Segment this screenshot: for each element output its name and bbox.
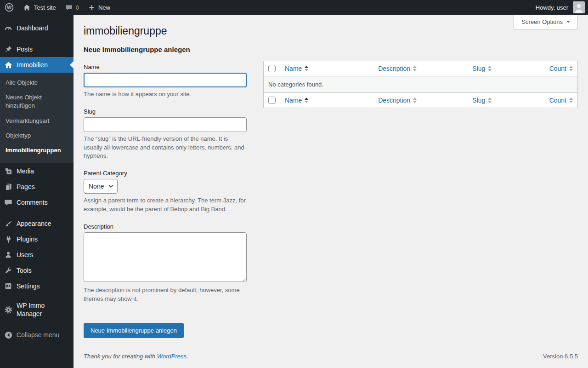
name-label: Name (84, 63, 247, 70)
chevron-down-icon (566, 21, 570, 23)
slug-help-text: The “slug” is the URL-friendly version o… (84, 135, 247, 161)
parent-category-group: Parent Category None Assign a parent ter… (84, 170, 247, 214)
sort-arrows-icon (488, 66, 492, 71)
submenu-item-immobiliengruppen[interactable]: Immobiliengruppen (0, 143, 74, 158)
parent-category-select[interactable]: None (84, 179, 118, 194)
menu-separator (0, 210, 74, 216)
submenu-item-vermarktungsart[interactable]: Vermarktungsart (0, 114, 74, 128)
sidebar-item-settings[interactable]: Settings (0, 278, 74, 294)
sidebar-item-posts[interactable]: Posts (0, 41, 74, 57)
sort-by-description-link[interactable]: Description (378, 65, 417, 72)
description-field-group: Description The description is not promi… (84, 223, 247, 304)
name-help-text: The name is how it appears on your site. (84, 90, 247, 99)
media-icon (0, 167, 17, 176)
sort-arrows-icon (569, 98, 573, 103)
select-all-checkbox[interactable] (268, 97, 276, 104)
immobilien-submenu: Alle Objekte Neues Objekt hinzufügen Ver… (0, 73, 74, 163)
sidebar-item-comments[interactable]: Comments (0, 195, 74, 210)
sort-by-description-link[interactable]: Description (378, 97, 417, 104)
comment-bubble-icon (65, 4, 73, 11)
sort-arrows-icon (569, 66, 573, 71)
sort-arrows-icon (305, 66, 308, 71)
sidebar-item-appearance[interactable]: Appearance (0, 216, 74, 231)
wordpress-link[interactable]: WordPress (157, 353, 187, 360)
sort-by-slug-link[interactable]: Slug (472, 65, 492, 72)
slug-input[interactable] (84, 117, 247, 132)
sort-by-count-link[interactable]: Count (549, 65, 573, 72)
submenu-item-objekttyp[interactable]: Objekttyp (0, 128, 74, 143)
name-input[interactable] (84, 73, 247, 87)
settings-icon (0, 282, 17, 290)
name-field-group: Name The name is how it appears on your … (84, 63, 247, 99)
table-footer-row: Name Description (264, 92, 578, 108)
comment-icon (0, 198, 17, 207)
home-icon (23, 4, 31, 12)
sort-arrows-icon (413, 66, 417, 71)
comments-menu[interactable]: 0 (61, 0, 84, 15)
sort-arrows-icon (488, 98, 492, 103)
plug-icon (0, 235, 17, 244)
comments-count: 0 (76, 4, 79, 11)
table-header-row: Name Description (264, 61, 578, 76)
wordpress-logo-icon: W (5, 3, 14, 12)
description-label: Description (84, 223, 247, 230)
terms-table-container: Name Description (263, 61, 578, 338)
wrench-icon (0, 266, 17, 275)
plus-icon (88, 4, 95, 11)
sidebar-item-immobilien[interactable]: Immobilien (0, 57, 74, 73)
sidebar-item-pages[interactable]: Pages (0, 179, 74, 195)
version-label: Version 6.5.5 (543, 353, 578, 360)
select-all-checkbox[interactable] (268, 65, 276, 72)
new-menu[interactable]: New (84, 0, 115, 15)
brush-icon (0, 219, 17, 228)
sidebar-item-tools[interactable]: Tools (0, 263, 74, 278)
site-name-label: Test site (34, 4, 56, 11)
admin-sidebar: Dashboard Posts Immobilien Alle Objekte … (0, 15, 74, 368)
description-help-text: The description is not prominent by defa… (84, 286, 247, 304)
parent-category-help-text: Assign a parent term to create a hierarc… (84, 196, 247, 214)
account-menu[interactable]: Howdy, user (536, 0, 588, 15)
sidebar-item-dashboard[interactable]: Dashboard (0, 20, 74, 36)
menu-separator (0, 294, 74, 299)
sort-arrows-icon (413, 98, 417, 103)
collapse-menu-button[interactable]: Collapse menu (0, 328, 74, 343)
submenu-item-alle-objekte[interactable]: Alle Objekte (0, 75, 74, 90)
sort-arrows-icon (305, 98, 308, 103)
screen-options-label: Screen Options (521, 18, 563, 25)
sort-by-count-link[interactable]: Count (549, 97, 573, 104)
admin-footer: Thank you for creating with WordPress. V… (84, 348, 578, 362)
site-name-menu[interactable]: Test site (18, 0, 61, 15)
footer-thanks-text: Thank you for creating with WordPress. (84, 353, 188, 360)
add-term-form: Neue Immobiliengruppe anlegen Name The n… (84, 46, 247, 338)
avatar (573, 1, 585, 13)
sidebar-item-users[interactable]: Users (0, 247, 74, 263)
sort-by-slug-link[interactable]: Slug (472, 97, 492, 104)
description-textarea[interactable] (84, 232, 247, 282)
admin-bar-left: W Test site 0 New (0, 0, 115, 15)
form-heading: Neue Immobiliengruppe anlegen (84, 46, 247, 53)
user-icon (0, 251, 17, 259)
terms-table: Name Description (263, 61, 578, 108)
empty-state-row: No categories found. (264, 76, 578, 92)
sidebar-item-media[interactable]: Media (0, 163, 74, 179)
gear-icon (0, 305, 17, 314)
screen-options-button[interactable]: Screen Options (514, 15, 578, 29)
empty-state-message: No categories found. (264, 76, 578, 92)
collapse-arrow-icon (0, 331, 17, 339)
sidebar-item-plugins[interactable]: Plugins (0, 231, 74, 247)
sidebar-item-wp-immo-manager[interactable]: WP Immo Manager (0, 299, 74, 320)
sort-by-name-link[interactable]: Name (285, 97, 308, 104)
menu-separator (0, 36, 74, 41)
admin-bar: W Test site 0 New Howdy, user (0, 0, 588, 15)
wp-logo-menu[interactable]: W (0, 0, 18, 15)
parent-category-label: Parent Category (84, 170, 247, 177)
dashboard-icon (0, 23, 17, 33)
sort-by-name-link[interactable]: Name (285, 65, 308, 72)
house-icon (0, 61, 17, 69)
submenu-item-neues-objekt[interactable]: Neues Objekt hinzufügen (0, 90, 74, 113)
howdy-label: Howdy, user (536, 4, 568, 11)
slug-field-group: Slug The “slug” is the URL-friendly vers… (84, 108, 247, 161)
add-term-submit-button[interactable]: Neue Immobiliengruppe anlegen (84, 323, 184, 338)
page-title: immobiliengruppe (84, 24, 578, 38)
pages-icon (0, 183, 17, 191)
